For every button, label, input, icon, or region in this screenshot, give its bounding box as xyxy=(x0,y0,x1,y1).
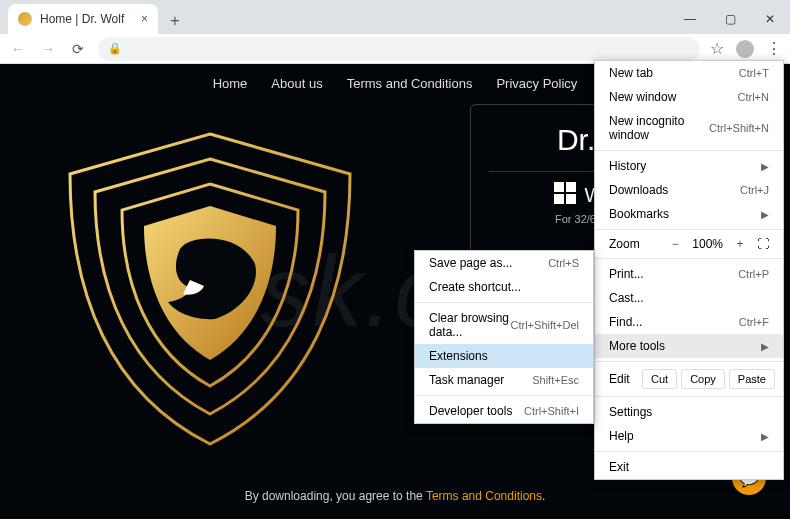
chrome-main-menu: New tabCtrl+T New windowCtrl+N New incog… xyxy=(594,60,784,480)
submenu-developer-tools[interactable]: Developer toolsCtrl+Shift+I xyxy=(415,399,593,423)
nav-privacy[interactable]: Privacy Policy xyxy=(496,76,577,91)
chrome-menu-button[interactable]: ⋮ xyxy=(766,39,782,58)
submenu-save-page[interactable]: Save page as...Ctrl+S xyxy=(415,251,593,275)
maximize-button[interactable]: ▢ xyxy=(710,4,750,34)
agree-text: By downloading, you agree to the Terms a… xyxy=(0,489,790,503)
zoom-in-button[interactable]: + xyxy=(731,237,749,251)
minimize-button[interactable]: — xyxy=(670,4,710,34)
menu-settings[interactable]: Settings xyxy=(595,400,783,424)
menu-print[interactable]: Print...Ctrl+P xyxy=(595,262,783,286)
bookmark-star-icon[interactable]: ☆ xyxy=(710,39,724,58)
submenu-clear-browsing[interactable]: Clear browsing data...Ctrl+Shift+Del xyxy=(415,306,593,344)
menu-new-tab[interactable]: New tabCtrl+T xyxy=(595,61,783,85)
svg-rect-0 xyxy=(554,182,564,192)
copy-button[interactable]: Copy xyxy=(681,369,725,389)
reload-button[interactable]: ⟳ xyxy=(68,39,88,59)
menu-find[interactable]: Find...Ctrl+F xyxy=(595,310,783,334)
svg-rect-1 xyxy=(566,182,576,192)
edit-label: Edit xyxy=(609,372,638,386)
windows-icon xyxy=(554,182,576,209)
forward-button[interactable]: → xyxy=(38,39,58,59)
cut-button[interactable]: Cut xyxy=(642,369,677,389)
svg-rect-2 xyxy=(554,194,564,204)
menu-incognito[interactable]: New incognito windowCtrl+Shift+N xyxy=(595,109,783,147)
menu-new-window[interactable]: New windowCtrl+N xyxy=(595,85,783,109)
menu-help[interactable]: Help▶ xyxy=(595,424,783,448)
wolf-shield-logo xyxy=(40,114,380,454)
fullscreen-icon[interactable]: ⛶ xyxy=(757,237,769,251)
submenu-task-manager[interactable]: Task managerShift+Esc xyxy=(415,368,593,392)
menu-bookmarks[interactable]: Bookmarks▶ xyxy=(595,202,783,226)
submenu-extensions[interactable]: Extensions xyxy=(415,344,593,368)
address-bar[interactable]: 🔒 xyxy=(98,37,700,61)
back-button[interactable]: ← xyxy=(8,39,28,59)
lock-icon: 🔒 xyxy=(108,42,122,55)
window-titlebar: Home | Dr. Wolf × + — ▢ ✕ xyxy=(0,0,790,34)
menu-zoom-row: Zoom − 100% + ⛶ xyxy=(595,233,783,255)
zoom-label: Zoom xyxy=(609,237,658,251)
menu-history[interactable]: History▶ xyxy=(595,154,783,178)
menu-cast[interactable]: Cast... xyxy=(595,286,783,310)
menu-edit-row: Edit Cut Copy Paste xyxy=(595,365,783,393)
more-tools-submenu: Save page as...Ctrl+S Create shortcut...… xyxy=(414,250,594,424)
tab-title: Home | Dr. Wolf xyxy=(40,12,124,26)
submenu-create-shortcut[interactable]: Create shortcut... xyxy=(415,275,593,299)
menu-exit[interactable]: Exit xyxy=(595,455,783,479)
svg-rect-3 xyxy=(566,194,576,204)
zoom-value: 100% xyxy=(692,237,723,251)
shield-icon xyxy=(18,12,32,26)
close-button[interactable]: ✕ xyxy=(750,4,790,34)
close-icon[interactable]: × xyxy=(141,12,148,26)
browser-tab[interactable]: Home | Dr. Wolf × xyxy=(8,4,158,34)
profile-avatar-icon[interactable] xyxy=(736,40,754,58)
nav-home[interactable]: Home xyxy=(213,76,248,91)
paste-button[interactable]: Paste xyxy=(729,369,775,389)
nav-about[interactable]: About us xyxy=(271,76,322,91)
menu-downloads[interactable]: DownloadsCtrl+J xyxy=(595,178,783,202)
terms-link[interactable]: Terms and Conditions xyxy=(426,489,542,503)
window-controls: — ▢ ✕ xyxy=(670,4,790,34)
new-tab-button[interactable]: + xyxy=(162,8,188,34)
menu-more-tools[interactable]: More tools▶ xyxy=(595,334,783,358)
nav-terms[interactable]: Terms and Conditions xyxy=(347,76,473,91)
zoom-out-button[interactable]: − xyxy=(666,237,684,251)
